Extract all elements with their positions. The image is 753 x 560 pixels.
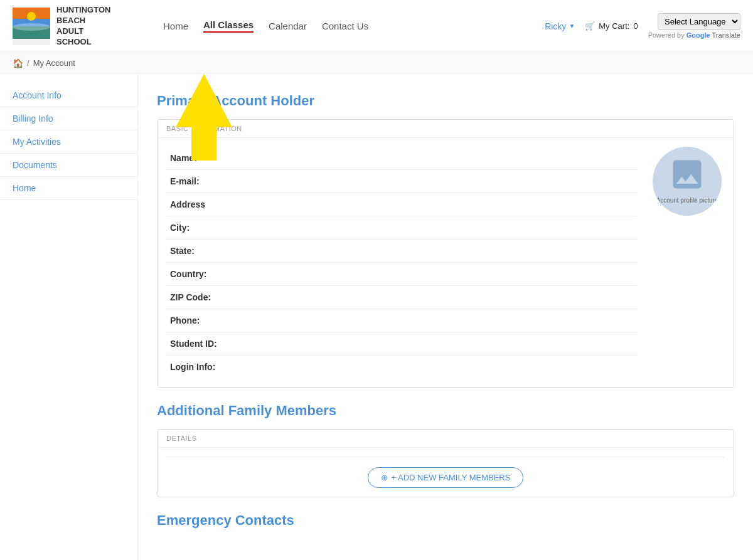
language-select[interactable]: Select Language (658, 13, 740, 30)
logo-area: HUNTINGTONBEACHADULTSCHOOL (13, 5, 151, 48)
basic-info-label: BASIC INFORMATION (158, 120, 734, 138)
user-name: Ricky (545, 21, 566, 31)
cart-label: My Cart: (599, 21, 629, 31)
field-country-label: Country: (170, 269, 206, 279)
main-nav: Home All Classes Calendar Contact Us (151, 19, 545, 33)
field-city-label: City: (170, 223, 190, 233)
profile-pic-area: Account profile picture (649, 147, 725, 378)
field-name: Name: (166, 147, 637, 170)
school-name: HUNTINGTONBEACHADULTSCHOOL (56, 5, 110, 48)
google-label: Google (686, 31, 710, 39)
field-phone-label: Phone: (170, 315, 200, 325)
field-login-info-label: Login Info: (170, 362, 215, 372)
svg-point-5 (13, 23, 50, 31)
sidebar-item-documents[interactable]: Documents (0, 154, 137, 177)
breadcrumb-current: My Account (33, 58, 75, 68)
add-icon: ⊕ (381, 473, 388, 482)
nav-contact-us[interactable]: Contact Us (322, 21, 368, 31)
family-section-title: Additional Family Members (157, 403, 734, 419)
field-city: City: (166, 216, 637, 240)
add-family-member-button[interactable]: ⊕ + ADD NEW FAMILY MEMBERS (368, 467, 524, 488)
field-login-info: Login Info: (166, 356, 637, 378)
field-zip-label: ZIP Code: (170, 292, 211, 302)
translate-label: Translate (712, 31, 740, 39)
card-body: Name: E-mail: Address City: State: (158, 138, 734, 387)
field-state: State: (166, 240, 637, 263)
sidebar-item-my-activities[interactable]: My Activities (0, 130, 137, 154)
main-layout: Account Info Billing Info My Activities … (0, 74, 753, 560)
profile-picture: Account profile picture (653, 147, 722, 216)
basic-info-card: BASIC INFORMATION Name: E-mail: Address … (157, 119, 734, 388)
sidebar: Account Info Billing Info My Activities … (0, 74, 138, 560)
add-member-btn-wrap: ⊕ + ADD NEW FAMILY MEMBERS (166, 467, 725, 488)
nav-all-classes[interactable]: All Classes (203, 19, 254, 33)
site-header: HUNTINGTONBEACHADULTSCHOOL Home All Clas… (0, 0, 753, 53)
details-label: DETAILS (158, 430, 734, 448)
field-student-id: Student ID: (166, 332, 637, 356)
cart-count: 0 (633, 21, 638, 31)
user-dropdown-arrow: ▼ (569, 23, 575, 29)
content-area: Primary Account Holder BASIC INFORMATION… (138, 74, 753, 560)
field-name-label: Name: (170, 153, 197, 163)
svg-point-6 (27, 12, 36, 21)
cart-icon: 🛒 (585, 21, 595, 31)
fields-column: Name: E-mail: Address City: State: (166, 147, 637, 378)
field-address: Address (166, 193, 637, 216)
sidebar-item-home[interactable]: Home (0, 177, 137, 200)
language-select-wrap: Select Language Powered by Google Transl… (648, 13, 740, 39)
field-zip: ZIP Code: (166, 286, 637, 309)
field-country: Country: (166, 263, 637, 286)
breadcrumb-separator: / (27, 58, 29, 68)
field-email-label: E-mail: (170, 176, 200, 186)
family-details-card: DETAILS ⊕ + ADD NEW FAMILY MEMBERS (157, 429, 734, 497)
breadcrumb: 🏠 / My Account (0, 53, 753, 74)
google-translate-label: Powered by Google Translate (648, 31, 740, 39)
emergency-section-title: Emergency Contacts (157, 512, 734, 529)
add-family-member-label: + ADD NEW FAMILY MEMBERS (392, 473, 511, 482)
field-student-id-label: Student ID: (170, 339, 217, 349)
primary-section-title: Primary Account Holder (157, 93, 734, 109)
header-right: Ricky ▼ 🛒 My Cart: 0 Select Language Pow… (545, 13, 740, 39)
cart-area[interactable]: 🛒 My Cart: 0 (585, 21, 638, 31)
breadcrumb-home-icon[interactable]: 🏠 (13, 58, 23, 68)
school-logo (13, 8, 50, 45)
user-menu[interactable]: Ricky ▼ (545, 21, 575, 31)
nav-home[interactable]: Home (163, 21, 188, 31)
nav-calendar[interactable]: Calendar (269, 21, 307, 31)
sidebar-item-account-info[interactable]: Account Info (0, 84, 137, 107)
field-state-label: State: (170, 246, 195, 256)
field-email: E-mail: (166, 170, 637, 193)
field-phone: Phone: (166, 309, 637, 332)
sidebar-item-billing-info[interactable]: Billing Info (0, 107, 137, 130)
details-body: ⊕ + ADD NEW FAMILY MEMBERS (158, 448, 734, 497)
profile-pic-alt-text: Account profile picture (654, 194, 721, 206)
field-address-label: Address (170, 199, 205, 209)
